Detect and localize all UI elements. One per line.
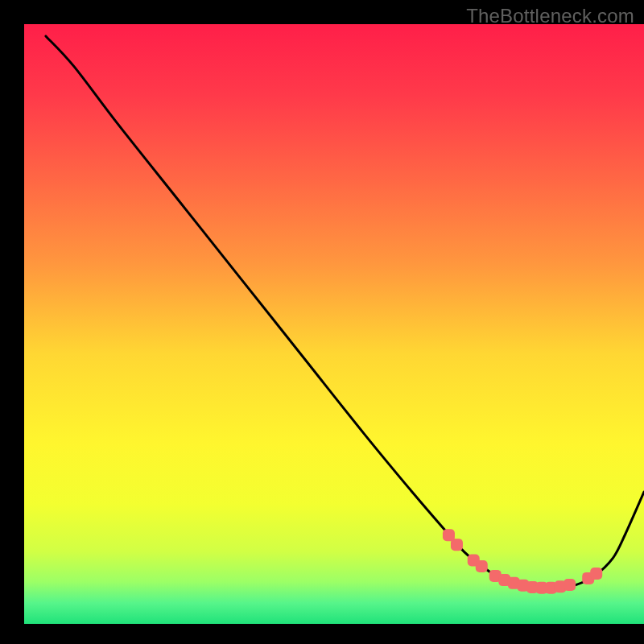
bottleneck-chart [0,0,644,644]
highlight-marker [476,560,488,572]
watermark-label: TheBottleneck.com [466,5,634,27]
plot-background [24,24,644,624]
highlight-marker [590,568,602,580]
highlight-marker [451,539,463,551]
highlight-marker [564,579,576,591]
chart-container: TheBottleneck.com [0,0,644,644]
